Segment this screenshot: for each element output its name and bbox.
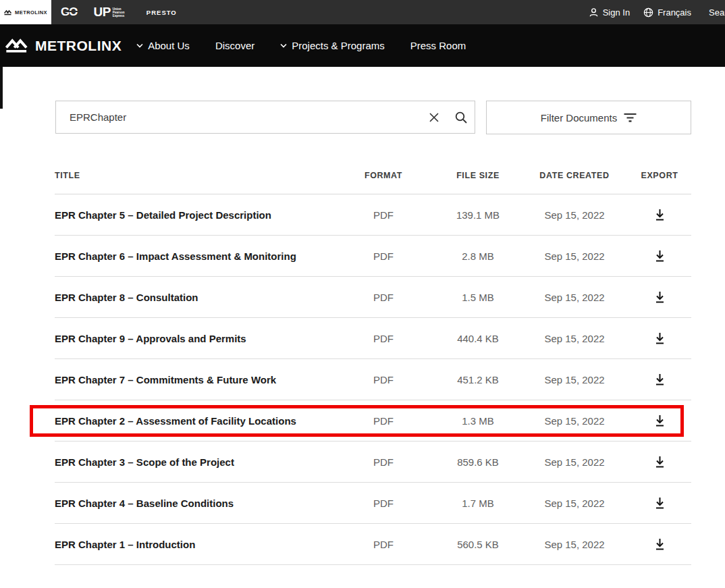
- sign-in-label: Sign In: [603, 7, 630, 18]
- document-file-size: 139.1 MB: [424, 209, 532, 221]
- utility-metrolinx-label: METROLINX: [15, 9, 47, 16]
- document-date-created: Sep 15, 2022: [532, 456, 617, 468]
- sign-in-button[interactable]: Sign In: [589, 7, 630, 18]
- document-file-size: 2.8 MB: [424, 250, 532, 262]
- go-logo-slit: [65, 11, 78, 12]
- document-date-created: Sep 15, 2022: [532, 292, 617, 303]
- metrolinx-wordmark: METROLINX: [35, 38, 122, 54]
- close-icon: [429, 112, 439, 123]
- document-date-created: Sep 15, 2022: [532, 250, 617, 262]
- filter-documents-label: Filter Documents: [541, 112, 617, 124]
- up-express-logo[interactable]: UP Union Pearson Express: [93, 5, 130, 20]
- filter-documents-button[interactable]: Filter Documents: [486, 101, 691, 134]
- presto-logo[interactable]: PRESTO: [146, 9, 177, 16]
- download-button[interactable]: [649, 328, 670, 348]
- download-icon: [654, 291, 666, 304]
- document-title-link[interactable]: EPR Chapter 3 – Scope of the Project: [55, 456, 343, 468]
- document-file-size: 560.5 KB: [424, 539, 532, 550]
- table-row: EPR Chapter 8 – Consultation PDF 1.5 MB …: [55, 277, 691, 318]
- table-header: TITLE FORMAT FILE SIZE DATE CREATED EXPO…: [55, 157, 691, 194]
- document-file-size: 440.4 KB: [424, 333, 532, 344]
- table-row: EPR Chapter 9 – Approvals and Permits PD…: [55, 318, 691, 359]
- table-row: EPR Chapter 3 – Scope of the Project PDF…: [55, 442, 691, 483]
- chevron-down-icon: [136, 43, 143, 48]
- download-button[interactable]: [649, 246, 670, 266]
- metrolinx-icon: [4, 9, 13, 16]
- document-date-created: Sep 15, 2022: [532, 415, 617, 427]
- language-label: Français: [657, 7, 691, 18]
- document-title-link[interactable]: EPR Chapter 2 – Assessment of Facility L…: [55, 415, 343, 427]
- clear-search-button[interactable]: [421, 101, 448, 134]
- download-icon: [654, 209, 666, 221]
- document-date-created: Sep 15, 2022: [532, 374, 617, 385]
- download-icon: [654, 415, 666, 427]
- filter-icon: [624, 112, 637, 123]
- presto-logo-text: PRESTO: [146, 9, 177, 16]
- nav-item-label: Press Room: [410, 40, 466, 51]
- download-button[interactable]: [649, 369, 670, 390]
- up-logo-subtext: Union Pearson Express: [113, 7, 130, 18]
- go-transit-logo[interactable]: GO: [61, 5, 77, 19]
- document-date-created: Sep 15, 2022: [532, 539, 617, 550]
- document-title-link[interactable]: EPR Chapter 5 – Detailed Project Descrip…: [55, 209, 343, 221]
- document-format: PDF: [343, 333, 424, 344]
- nav-item-about-us[interactable]: About Us: [136, 40, 190, 51]
- document-file-size: 1.5 MB: [424, 292, 532, 303]
- document-file-size: 859.6 KB: [424, 456, 532, 468]
- column-header-title: TITLE: [55, 171, 343, 180]
- document-title-link[interactable]: EPR Chapter 8 – Consultation: [55, 292, 343, 303]
- submit-search-button[interactable]: [448, 101, 475, 134]
- globe-icon: [643, 7, 653, 18]
- document-title-link[interactable]: EPR Chapter 6 – Impact Assessment & Moni…: [55, 250, 343, 262]
- column-header-file-size: FILE SIZE: [424, 171, 532, 180]
- table-row: EPR Chapter 7 – Commitments & Future Wor…: [55, 359, 691, 400]
- download-button[interactable]: [649, 410, 670, 431]
- document-file-size: 1.3 MB: [424, 415, 532, 427]
- utility-bar: METROLINX GO UP Union Pearson Express PR…: [0, 0, 725, 24]
- documents-table: TITLE FORMAT FILE SIZE DATE CREATED EXPO…: [55, 157, 691, 565]
- nav-item-projects-programs[interactable]: Projects & Programs: [280, 40, 385, 51]
- nav-item-press-room[interactable]: Press Room: [410, 40, 466, 51]
- document-format: PDF: [343, 498, 424, 509]
- nav-item-label: Projects & Programs: [292, 40, 385, 51]
- document-date-created: Sep 15, 2022: [532, 498, 617, 509]
- main-nav: METROLINX About Us Discover Projects & P…: [0, 24, 725, 67]
- document-file-size: 451.2 KB: [424, 374, 532, 385]
- download-button[interactable]: [649, 493, 670, 513]
- download-button[interactable]: [649, 205, 670, 225]
- download-button[interactable]: [649, 452, 670, 472]
- download-icon: [654, 373, 666, 386]
- chevron-down-icon: [280, 43, 287, 48]
- download-icon: [654, 250, 666, 263]
- search-icon: [454, 111, 468, 124]
- table-row: EPR Chapter 5 – Detailed Project Descrip…: [55, 194, 691, 236]
- table-row-highlighted: EPR Chapter 2 – Assessment of Facility L…: [55, 400, 691, 442]
- up-logo-text: UP: [93, 5, 110, 20]
- document-date-created: Sep 15, 2022: [532, 333, 617, 344]
- document-format: PDF: [343, 209, 424, 221]
- download-button[interactable]: [649, 534, 670, 554]
- utility-metrolinx-logo[interactable]: METROLINX: [0, 0, 51, 24]
- download-button[interactable]: [649, 287, 670, 307]
- nav-item-label: Discover: [215, 40, 254, 51]
- document-title-link[interactable]: EPR Chapter 9 – Approvals and Permits: [55, 333, 343, 344]
- download-icon: [654, 538, 666, 551]
- document-format: PDF: [343, 456, 424, 468]
- document-title-link[interactable]: EPR Chapter 4 – Baseline Conditions: [55, 498, 343, 509]
- metrolinx-icon: [5, 37, 30, 54]
- nav-item-discover[interactable]: Discover: [215, 40, 254, 51]
- document-search-input[interactable]: EPRChapter: [55, 101, 475, 134]
- download-icon: [654, 456, 666, 469]
- document-format: PDF: [343, 415, 424, 427]
- download-icon: [654, 332, 666, 345]
- site-search-button[interactable]: Search: [705, 7, 725, 18]
- document-title-link[interactable]: EPR Chapter 1 – Introduction: [55, 539, 343, 550]
- nav-item-label: About Us: [148, 40, 190, 51]
- table-row: EPR Chapter 6 – Impact Assessment & Moni…: [55, 236, 691, 277]
- search-input-value[interactable]: EPRChapter: [56, 111, 421, 123]
- document-title-link[interactable]: EPR Chapter 7 – Commitments & Future Wor…: [55, 374, 343, 385]
- metrolinx-home-logo[interactable]: METROLINX: [5, 37, 122, 54]
- document-format: PDF: [343, 292, 424, 303]
- download-icon: [654, 497, 666, 510]
- language-toggle[interactable]: Français: [643, 7, 691, 18]
